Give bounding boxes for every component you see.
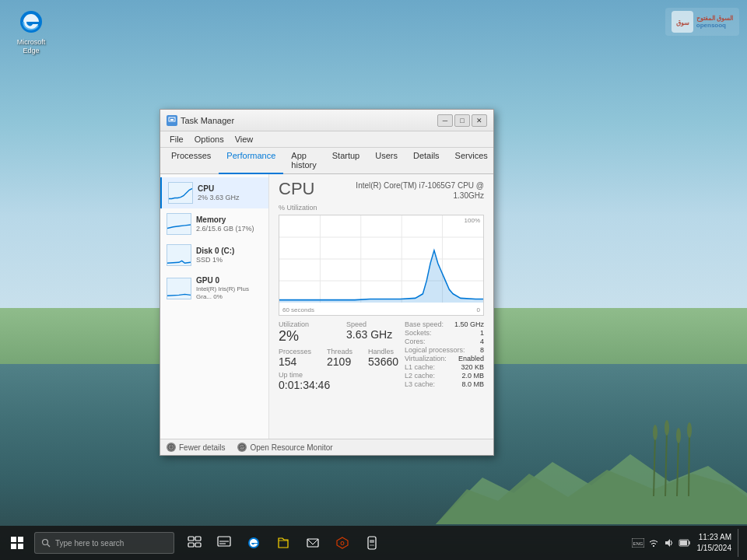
svg-point-3 [653, 425, 658, 440]
network-icon[interactable] [647, 537, 660, 549]
svg-point-9 [687, 422, 692, 438]
menu-options[interactable]: Options [190, 133, 229, 145]
tab-app-history[interactable]: App history [283, 148, 324, 174]
tab-services[interactable]: Services [447, 148, 496, 174]
svg-rect-50 [370, 544, 374, 546]
clock[interactable]: 11:23 AM 1/15/2024 [694, 532, 735, 554]
fewer-details-button[interactable]: Fewer details [167, 443, 225, 452]
disk-sidebar-value: SSD 1% [196, 256, 262, 265]
gpu-mini-graph [167, 278, 191, 299]
fewer-details-label: Fewer details [179, 443, 225, 452]
menu-view[interactable]: View [230, 133, 258, 145]
cpu-header: CPU Intel(R) Core(TM) i7-1065G7 CPU @ 1.… [279, 180, 484, 201]
svg-rect-33 [11, 544, 16, 549]
files-taskbar-button[interactable] [269, 529, 297, 557]
disk-sidebar-info: Disk 0 (C:) SSD 1% [196, 246, 262, 265]
svg-point-5 [665, 420, 669, 436]
reeds-decoration [646, 418, 708, 498]
processes-stat: Processes 154 [279, 348, 311, 368]
office-taskbar-button[interactable]: O [328, 529, 356, 557]
svg-rect-56 [689, 541, 690, 544]
taskbar-right: ENG [632, 529, 748, 557]
close-button[interactable]: ✕ [472, 114, 487, 127]
tab-users[interactable]: Users [367, 148, 405, 174]
titlebar: Task Manager ─ □ ✕ [160, 110, 493, 131]
clock-time: 11:23 AM [697, 532, 732, 543]
start-button[interactable] [0, 526, 34, 560]
files-taskbar-icon [275, 535, 291, 551]
l3-key: L3 cache: [405, 380, 435, 388]
processes-label: Processes [279, 348, 311, 355]
tab-processes[interactable]: Processes [163, 148, 219, 174]
store-taskbar-button[interactable] [358, 529, 386, 557]
tabs-bar: Processes Performance App history Startu… [160, 148, 493, 174]
keyboard-layout-icon[interactable]: ENG [632, 537, 644, 549]
sidebar-item-cpu[interactable]: CPU 2% 3.63 GHz [160, 177, 268, 208]
processes-value: 154 [279, 356, 311, 368]
cpu-sidebar-label: CPU [198, 184, 262, 194]
open-resource-monitor-button[interactable]: Open Resource Monitor [237, 443, 332, 452]
tab-details[interactable]: Details [405, 148, 447, 174]
memory-sidebar-value: 2.6/15.6 GB (17%) [196, 225, 262, 234]
search-icon [41, 538, 51, 548]
graph-label-0: 0 [477, 306, 480, 313]
watermark: سوق السوق المفتوح opensooq [665, 8, 739, 36]
l2-key: L2 cache: [405, 372, 435, 380]
gpu-sidebar-info: GPU 0 Intel(R) Iris(R) Plus Gra... 0% [196, 275, 262, 302]
edge-icon[interactable]: Microsoft Edge [8, 8, 54, 55]
menu-file[interactable]: File [165, 133, 188, 145]
speed-stat: Speed 3.63 GHz [346, 320, 398, 345]
sidebar-item-disk[interactable]: Disk 0 (C:) SSD 1% [160, 240, 268, 271]
graph-time-label: 60 seconds [282, 306, 314, 313]
edge-taskbar-button[interactable] [240, 529, 268, 557]
svg-marker-53 [665, 539, 670, 547]
sidebar-item-memory[interactable]: Memory 2.6/15.6 GB (17%) [160, 208, 268, 240]
cpu-mini-graph [168, 182, 193, 204]
battery-icon[interactable] [679, 537, 691, 549]
window-title: Task Manager [181, 116, 234, 125]
mail-taskbar-button[interactable] [299, 529, 327, 557]
minimize-button[interactable]: ─ [437, 114, 453, 127]
task-manager-window: Task Manager ─ □ ✕ File Options View Pro… [160, 109, 494, 456]
svg-rect-39 [188, 543, 194, 547]
fewer-details-icon [167, 443, 176, 452]
utilization-stat: Utilization 2% [279, 320, 331, 345]
cpu-stats-section: Utilization 2% Speed 3.63 GHz Processes [279, 320, 484, 392]
svg-rect-31 [11, 537, 16, 542]
desktop: Microsoft Edge سوق السوق المفتوح opensoo… [0, 0, 747, 560]
sidebar-item-gpu[interactable]: GPU 0 Intel(R) Iris(R) Plus Gra... 0% [160, 271, 268, 306]
desktop-icons-area: Microsoft Edge [8, 8, 54, 65]
cores-key: Cores: [405, 338, 426, 345]
svg-point-7 [676, 428, 681, 443]
resource-monitor-icon [237, 443, 247, 452]
performance-sidebar: CPU 2% 3.63 GHz Memory 2.6/15.6 GB ( [160, 174, 269, 439]
task-manager-taskbar-button[interactable] [210, 529, 238, 557]
taskbar-search[interactable]: Type here to search [34, 532, 174, 554]
show-desktop-button[interactable] [738, 529, 741, 557]
volume-icon[interactable] [663, 537, 675, 549]
tm-title-icon [167, 115, 177, 126]
clock-date: 1/15/2024 [697, 543, 732, 554]
tab-startup[interactable]: Startup [324, 148, 367, 174]
svg-rect-14 [170, 119, 174, 121]
maximize-button[interactable]: □ [454, 114, 470, 127]
svg-rect-40 [195, 543, 201, 547]
l1-key: L1 cache: [405, 363, 435, 371]
svg-marker-26 [279, 250, 483, 303]
edge-taskbar-icon [246, 535, 261, 551]
taskbar-apps: O [181, 529, 386, 557]
speed-label: Speed [346, 320, 398, 328]
task-view-button[interactable] [181, 529, 209, 557]
tab-performance[interactable]: Performance [219, 148, 283, 174]
handles-value: 53660 [368, 356, 398, 368]
watermark-arabic: السوق المفتوح [696, 15, 733, 22]
memory-sidebar-label: Memory [196, 215, 262, 225]
svg-rect-55 [680, 541, 687, 545]
svg-rect-34 [18, 544, 23, 549]
gpu-sidebar-label: GPU 0 [196, 275, 262, 285]
speed-value: 3.63 GHz [346, 329, 398, 341]
virtualization-key: Virtualization: [405, 355, 447, 362]
task-manager-taskbar-icon [216, 535, 232, 551]
cpu-left-stats: Utilization 2% Speed 3.63 GHz Processes [279, 320, 398, 392]
cpu-sidebar-value: 2% 3.63 GHz [198, 194, 262, 203]
